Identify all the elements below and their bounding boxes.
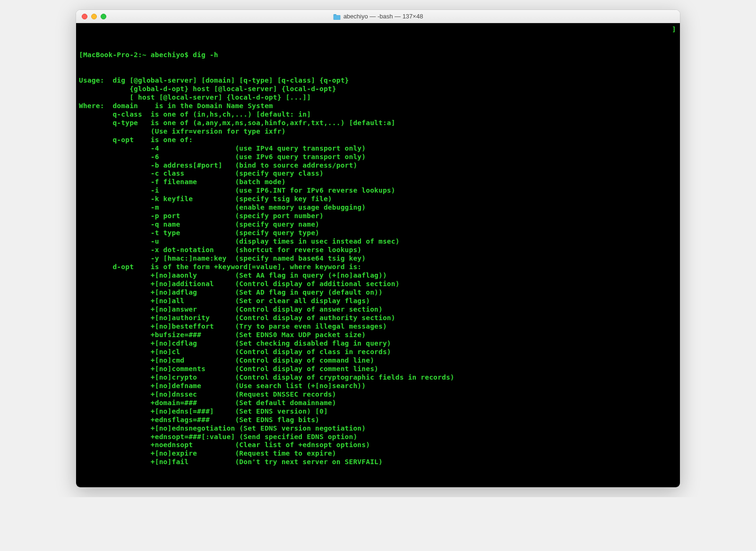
output-line: -c class (specify query class) xyxy=(79,170,677,178)
output-line: +[no]comments (Control display of commen… xyxy=(79,365,677,373)
output-line: +[no]cl (Control display of class in rec… xyxy=(79,348,677,356)
output-line: -u (display times in usec instead of mse… xyxy=(79,237,677,246)
output-line: +ednsopt=###[:value] (Send specified EDN… xyxy=(79,433,677,441)
maximize-button[interactable] xyxy=(101,14,106,19)
prompt-line: [MacBook-Pro-2:~ abechiyo$ dig -h xyxy=(79,51,677,59)
prompt-host: [MacBook-Pro-2:~ abechiyo$ xyxy=(79,51,193,59)
output-line: +[no]cdflag (Set checking disabled flag … xyxy=(79,339,677,348)
terminal-output: Usage: dig [@global-server] [domain] [q-… xyxy=(79,76,677,467)
output-line: +[no]expire (Request time to expire) xyxy=(79,449,677,458)
output-line: +[no]crypto (Control display of cryptogr… xyxy=(79,373,677,382)
output-line: -b address[#port] (bind to source addres… xyxy=(79,161,677,170)
titlebar[interactable]: abechiyo — -bash — 137×48 xyxy=(76,10,680,23)
output-line: -t type (specify query type) xyxy=(79,229,677,237)
output-line: q-opt is one of: xyxy=(79,136,677,144)
output-line: -i (use IP6.INT for IPv6 reverse lookups… xyxy=(79,186,677,195)
output-line: d-opt is of the form +keyword[=value], w… xyxy=(79,263,677,271)
output-line: +[no]edns[=###] (Set EDNS version) [0] xyxy=(79,407,677,416)
output-line: +ednsflags=### (Set EDNS flag bits) xyxy=(79,416,677,424)
output-line: -k keyfile (specify tsig key file) xyxy=(79,195,677,203)
output-line: -4 (use IPv4 query transport only) xyxy=(79,144,677,153)
minimize-button[interactable] xyxy=(91,14,97,19)
output-line: [ host [@local-server] {local-d-opt} [..… xyxy=(79,93,677,102)
output-line: -f filename (batch mode) xyxy=(79,178,677,186)
output-line: +[no]all (Set or clear all display flags… xyxy=(79,297,677,305)
output-line: q-type is one of (a,any,mx,ns,soa,hinfo,… xyxy=(79,119,677,127)
terminal-window: abechiyo — -bash — 137×48 ] [MacBook-Pro… xyxy=(76,9,680,488)
output-line: +[no]besteffort (Try to parse even illeg… xyxy=(79,322,677,331)
output-line: (Use ixfr=version for type ixfr) xyxy=(79,127,677,136)
window-title-text: abechiyo — -bash — 137×48 xyxy=(344,13,423,20)
folder-icon xyxy=(333,13,341,20)
output-line: +bufsize=### (Set EDNS0 Max UDP packet s… xyxy=(79,331,677,339)
output-line: q-class is one of (in,hs,ch,...) [defaul… xyxy=(79,110,677,119)
output-line: +[no]ednsnegotiation (Set EDNS version n… xyxy=(79,424,677,433)
output-line: -m (enable memory usage debugging) xyxy=(79,203,677,212)
output-line: Where: domain is in the Domain Name Syst… xyxy=(79,102,677,110)
output-line: +[no]aaonly (Set AA flag in query (+[no]… xyxy=(79,271,677,280)
output-line: Usage: dig [@global-server] [domain] [q-… xyxy=(79,76,677,85)
output-line: -p port (specify port number) xyxy=(79,212,677,220)
output-line: +[no]defname (Use search list (+[no]sear… xyxy=(79,382,677,390)
terminal-body[interactable]: ] [MacBook-Pro-2:~ abechiyo$ dig -h Usag… xyxy=(76,23,680,487)
output-line: +[no]additional (Control display of addi… xyxy=(79,280,677,288)
output-line: +[no]adflag (Set AD flag in query (defau… xyxy=(79,288,677,297)
output-line: +[no]fail (Don't try next server on SERV… xyxy=(79,458,677,466)
prompt-command: dig -h xyxy=(193,51,218,59)
output-line: -y [hmac:]name:key (specify named base64… xyxy=(79,254,677,263)
output-line: +[no]cmd (Control display of command lin… xyxy=(79,356,677,365)
output-line: +[no]authority (Control display of autho… xyxy=(79,314,677,322)
close-button[interactable] xyxy=(82,14,87,19)
traffic-lights xyxy=(82,14,106,19)
output-line: -x dot-notation (shortcut for reverse lo… xyxy=(79,246,677,254)
output-line: -6 (use IPv6 query transport only) xyxy=(79,153,677,161)
terminal-corner-char: ] xyxy=(672,25,676,34)
output-line: {global-d-opt} host [@local-server] {loc… xyxy=(79,85,677,93)
output-line: +[no]answer (Control display of answer s… xyxy=(79,305,677,314)
window-title: abechiyo — -bash — 137×48 xyxy=(81,13,675,20)
output-line: +noednsopt (Clear list of +ednsopt optio… xyxy=(79,441,677,449)
output-line: +[no]dnssec (Request DNSSEC records) xyxy=(79,390,677,399)
output-line: -q name (specify query name) xyxy=(79,220,677,229)
output-line: +domain=### (Set default domainname) xyxy=(79,399,677,407)
